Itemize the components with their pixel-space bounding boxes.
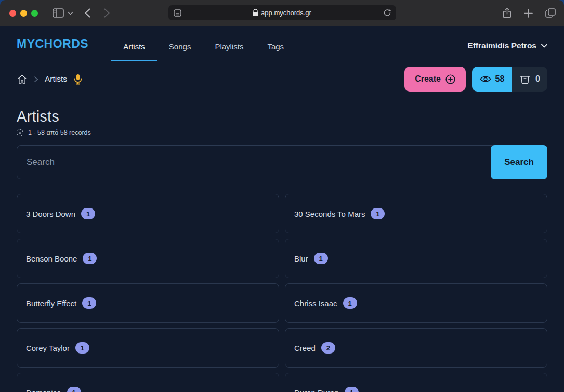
artist-name: Corey Taylor — [26, 344, 70, 352]
tab-overview-icon[interactable] — [545, 8, 556, 18]
artist-card[interactable]: Benson Boone1 — [17, 239, 279, 278]
share-icon[interactable] — [503, 8, 511, 18]
tab-songs[interactable]: Songs — [157, 26, 203, 61]
records-count-text: 1 - 58 από 58 records — [28, 129, 91, 136]
page-settings-icon[interactable] — [174, 9, 181, 17]
forward-button[interactable] — [104, 8, 110, 18]
records-info: 1 - 58 από 58 records — [17, 129, 547, 136]
plus-circle-icon — [445, 74, 455, 84]
basket-icon — [519, 74, 531, 85]
artist-card[interactable]: Domenica1 — [17, 373, 279, 392]
cart-button[interactable]: 0 — [512, 67, 547, 92]
artist-song-count-badge: 1 — [371, 208, 385, 219]
spinner-icon — [17, 129, 23, 136]
breadcrumb: Artists — [17, 74, 82, 85]
artist-song-count-badge: 1 — [343, 297, 357, 309]
search-bar: Search — [17, 145, 547, 179]
artist-card[interactable]: 30 Seconds To Mars1 — [285, 194, 547, 233]
create-button-label: Create — [415, 74, 441, 84]
sidebar-chevron-down-icon[interactable] — [68, 11, 73, 15]
chevron-down-icon — [541, 44, 547, 48]
browser-toolbar: app.mychords.gr — [0, 0, 564, 26]
lock-icon — [253, 9, 258, 16]
artist-song-count-badge: 1 — [83, 253, 97, 264]
back-button[interactable] — [85, 8, 90, 18]
eye-icon — [480, 75, 491, 83]
create-button[interactable]: Create — [404, 67, 466, 92]
search-button[interactable]: Search — [491, 145, 547, 179]
address-bar[interactable]: app.mychords.gr — [168, 5, 396, 20]
minimize-window-button[interactable] — [20, 10, 27, 17]
artist-name: Blur — [294, 254, 308, 263]
user-name: Effraimidis Petros — [467, 41, 536, 50]
page-title: Artists — [17, 108, 547, 125]
artist-name: Chriss Isaac — [294, 299, 337, 308]
site-header: MYCHORDS Artists Songs Playlists Tags Ef… — [17, 26, 547, 61]
microphone-icon — [74, 74, 82, 85]
mychords-logo[interactable]: MYCHORDS — [17, 37, 88, 51]
cart-count: 0 — [535, 74, 540, 84]
traffic-lights — [9, 10, 38, 17]
main-nav: Artists Songs Playlists Tags — [111, 26, 296, 61]
artist-card[interactable]: Duran Duran1 — [285, 373, 547, 392]
artist-song-count-badge: 2 — [321, 342, 335, 354]
views-button[interactable]: 58 — [472, 67, 512, 92]
tab-playlists[interactable]: Playlists — [203, 26, 255, 61]
reload-icon[interactable] — [384, 9, 391, 17]
tab-artists[interactable]: Artists — [111, 26, 157, 61]
artist-card[interactable]: 3 Doors Down1 — [17, 194, 279, 233]
artist-card[interactable]: Blur1 — [285, 239, 547, 278]
home-icon[interactable] — [17, 74, 28, 85]
browser-window: app.mychords.gr — [0, 0, 564, 392]
artists-grid: 3 Doors Down130 Seconds To Mars1Benson B… — [17, 194, 547, 392]
artist-card[interactable]: Butterfly Effect1 — [17, 283, 279, 323]
sidebar-toggle-icon[interactable] — [53, 8, 64, 18]
user-menu[interactable]: Effraimidis Petros — [467, 37, 547, 50]
artist-name: 30 Seconds To Mars — [294, 210, 365, 218]
artist-card[interactable]: Creed2 — [285, 328, 547, 368]
artist-card[interactable]: Corey Taylor1 — [17, 328, 279, 368]
artist-song-count-badge: 1 — [67, 387, 81, 392]
page-content: MYCHORDS Artists Songs Playlists Tags Ef… — [0, 26, 564, 392]
view-count: 58 — [495, 74, 505, 84]
artist-song-count-badge: 1 — [82, 297, 96, 309]
close-window-button[interactable] — [9, 10, 16, 17]
artist-name: Duran Duran — [294, 388, 339, 392]
url-text: app.mychords.gr — [261, 9, 311, 17]
breadcrumb-chevron-icon — [34, 76, 38, 82]
tab-tags[interactable]: Tags — [255, 26, 296, 61]
artist-name: 3 Doors Down — [26, 210, 75, 218]
artist-song-count-badge: 1 — [75, 342, 89, 354]
breadcrumb-current[interactable]: Artists — [45, 74, 67, 84]
artist-name: Butterfly Effect — [26, 299, 76, 308]
artist-name: Benson Boone — [26, 254, 77, 263]
artist-song-count-badge: 1 — [81, 208, 95, 219]
artist-name: Domenica — [26, 388, 61, 392]
artist-card[interactable]: Chriss Isaac1 — [285, 283, 547, 323]
action-buttons: Create 58 — [404, 67, 547, 92]
new-tab-icon[interactable] — [524, 9, 533, 18]
zoom-window-button[interactable] — [31, 10, 38, 17]
search-input[interactable] — [17, 145, 547, 179]
artist-song-count-badge: 1 — [345, 387, 359, 392]
artist-song-count-badge: 1 — [314, 253, 328, 264]
artist-name: Creed — [294, 344, 316, 352]
